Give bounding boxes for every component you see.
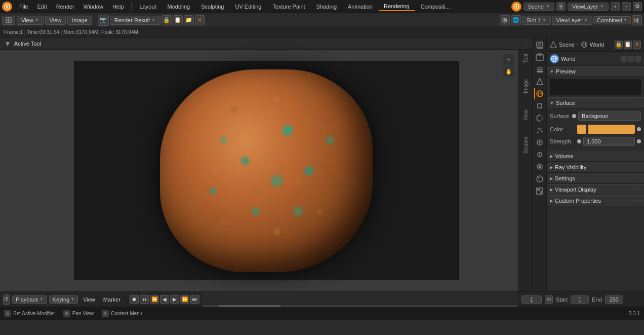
props-tab-object[interactable]: [534, 100, 545, 111]
surface-section-header[interactable]: ▼ Surface ⋯: [547, 97, 644, 108]
slot-selector[interactable]: Slot 1 ▼: [522, 16, 551, 25]
preview-section-header[interactable]: ▼ Preview ⋯: [547, 66, 644, 77]
world-close-icon[interactable]: [635, 56, 641, 62]
settings-section-header[interactable]: ▶ Settings ⋯: [547, 173, 644, 184]
volume-section-header[interactable]: ▶ Volume ⋯: [547, 151, 644, 162]
timeline-track[interactable]: [203, 292, 517, 307]
props-tab-texture[interactable]: [534, 185, 545, 197]
jump-end-btn[interactable]: ⏭: [190, 295, 199, 304]
menu-file[interactable]: File: [15, 3, 32, 11]
record-btn[interactable]: ⏺: [130, 295, 139, 304]
world-shield-icon[interactable]: [621, 56, 627, 62]
active-tool-options[interactable]: ⋯: [524, 41, 529, 46]
props-tab-physics[interactable]: [534, 137, 545, 148]
protect-btn[interactable]: 🔒: [162, 15, 172, 25]
menu-render[interactable]: Render: [52, 3, 78, 11]
view-timeline-btn[interactable]: View: [80, 296, 98, 303]
image-btn[interactable]: Image: [67, 16, 92, 25]
workspace-shading[interactable]: Shading: [311, 3, 342, 11]
next-frame-btn[interactable]: ⏩: [180, 295, 189, 304]
menu-help[interactable]: Help: [108, 3, 128, 11]
menu-edit[interactable]: Edit: [33, 3, 51, 11]
hand-tool-icon[interactable]: ✋: [503, 66, 514, 77]
surface-type-value[interactable]: Backgroun: [578, 111, 641, 121]
world-copy-icon[interactable]: [628, 56, 634, 62]
props-close-btn[interactable]: ✕: [633, 41, 641, 49]
timeline-scrollbar[interactable]: [203, 305, 517, 307]
viewlayer-add-btn[interactable]: +: [611, 2, 620, 11]
workspace-animation[interactable]: Animation: [343, 3, 378, 11]
folder-btn[interactable]: 📁: [184, 15, 194, 25]
custom-properties-section-header[interactable]: ▶ Custom Properties ⋯: [547, 195, 644, 206]
shader-overlay-btn[interactable]: [500, 15, 510, 25]
view-dropdown[interactable]: View▼: [17, 16, 44, 25]
workspace-rendering[interactable]: Rendering: [379, 2, 415, 11]
color-swatch[interactable]: [577, 125, 586, 134]
current-frame-input[interactable]: [521, 295, 542, 304]
timeline-mode-icon[interactable]: ⏱: [3, 294, 10, 305]
strength-keyframe-dot[interactable]: [637, 139, 641, 143]
props-new-btn[interactable]: 📋: [624, 41, 632, 49]
marker-btn[interactable]: Marker: [100, 296, 124, 303]
scene-selector[interactable]: Scene ▼: [524, 3, 554, 11]
color-keyframe-dot[interactable]: [637, 127, 641, 131]
scopes-tab[interactable]: Scopes: [523, 135, 529, 156]
zoom-in-icon[interactable]: +: [503, 54, 514, 65]
viewlayer-selector[interactable]: ViewLayer ▼: [568, 3, 609, 11]
world-color-icon[interactable]: [550, 54, 559, 63]
camera-icon-btn[interactable]: 📷: [98, 15, 109, 26]
strength-dot[interactable]: [577, 139, 581, 143]
props-tab-output[interactable]: [534, 52, 545, 63]
timeline-scrollbar-thumb[interactable]: [218, 305, 281, 307]
props-tab-particles[interactable]: [534, 125, 545, 136]
workspace-layout[interactable]: Layout: [135, 3, 162, 11]
step-back-btn[interactable]: ◀: [160, 295, 169, 304]
image-tab[interactable]: Image: [523, 77, 529, 95]
strength-value[interactable]: 1.000: [583, 137, 635, 146]
render-result-dropdown[interactable]: Render Result ▼: [110, 16, 160, 25]
props-tab-render[interactable]: [534, 40, 545, 51]
props-tab-world[interactable]: [534, 88, 545, 99]
props-tab-scene[interactable]: [534, 76, 545, 87]
new-slot-btn[interactable]: 📋: [173, 15, 183, 25]
active-tool-tab[interactable]: Tool: [523, 52, 529, 65]
props-tab-data[interactable]: [534, 161, 545, 172]
workspace-texture-paint[interactable]: Texture Paint: [267, 3, 310, 11]
end-frame-input[interactable]: [605, 295, 623, 304]
blender-logo[interactable]: [2, 2, 12, 12]
breadcrumb-world[interactable]: World: [590, 42, 605, 48]
engine-icon[interactable]: [511, 2, 521, 12]
viewlayer-settings-btn[interactable]: ⚙: [633, 2, 642, 11]
viewport-display-section-header[interactable]: ▶ Viewport Display ⋯: [547, 184, 644, 195]
combined-dropdown[interactable]: Combined ▼: [593, 16, 631, 24]
workspace-modeling[interactable]: Modeling: [163, 3, 195, 11]
props-tab-material[interactable]: [534, 173, 545, 184]
workspace-sculpting[interactable]: Sculpting: [196, 3, 229, 11]
props-tab-constraints[interactable]: [534, 149, 545, 160]
view-tab[interactable]: View: [523, 107, 529, 123]
workspace-uv-editing[interactable]: UV Editing: [230, 3, 266, 11]
view-btn2[interactable]: View: [45, 16, 66, 25]
jump-start-btn[interactable]: ⏮: [140, 295, 149, 304]
scene-settings-btn[interactable]: [556, 2, 566, 11]
props-tab-modifier[interactable]: [534, 113, 545, 124]
viewport-canvas[interactable]: + ✋ Tool Image View Scopes: [0, 50, 533, 291]
playback-dropdown[interactable]: Playback ▼: [12, 295, 47, 304]
close-result-btn[interactable]: ✕: [195, 15, 205, 25]
viewlayer-hdr-dropdown[interactable]: ViewLayer ▼: [552, 16, 592, 25]
prev-frame-btn[interactable]: ⏪: [150, 295, 159, 304]
frame-clock-icon[interactable]: ⏱: [545, 295, 553, 304]
keying-dropdown[interactable]: Keying ▼: [49, 295, 78, 304]
menu-window[interactable]: Window: [79, 3, 107, 11]
viewlayer-remove-btn[interactable]: −: [622, 2, 631, 11]
props-protect-btn[interactable]: 🔒: [615, 41, 623, 49]
display-mode-btn[interactable]: 🌐: [511, 15, 521, 25]
workspace-compositing[interactable]: Compositi...: [416, 3, 455, 11]
start-frame-input[interactable]: [571, 295, 589, 304]
play-btn[interactable]: ▶: [170, 295, 179, 304]
channels-btn[interactable]: [632, 15, 642, 25]
ray-visibility-section-header[interactable]: ▶ Ray Visibility ⋯: [547, 162, 644, 173]
color-bar[interactable]: [588, 125, 635, 134]
view-mode-btn[interactable]: [2, 16, 15, 25]
props-tab-viewlayer[interactable]: [534, 64, 545, 75]
